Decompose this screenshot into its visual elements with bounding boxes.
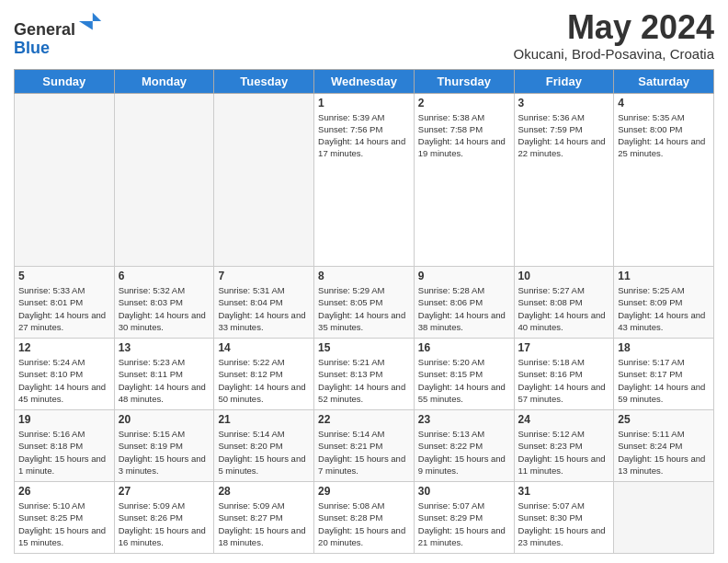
calendar-cell: 21Sunrise: 5:14 AMSunset: 8:20 PMDayligh…	[214, 410, 314, 482]
day-number: 25	[618, 413, 710, 426]
week-row-3: 12Sunrise: 5:24 AMSunset: 8:10 PMDayligh…	[15, 339, 714, 410]
day-header-tuesday: Tuesday	[214, 69, 314, 93]
day-info: Sunrise: 5:38 AMSunset: 7:58 PMDaylight:…	[418, 111, 510, 160]
week-row-5: 26Sunrise: 5:10 AMSunset: 8:25 PMDayligh…	[15, 482, 714, 554]
day-number: 14	[218, 341, 310, 354]
day-info: Sunrise: 5:09 AMSunset: 8:26 PMDaylight:…	[119, 500, 210, 548]
calendar-cell: 5Sunrise: 5:33 AMSunset: 8:01 PMDaylight…	[15, 267, 115, 339]
day-header-wednesday: Wednesday	[314, 69, 415, 93]
calendar-cell: 29Sunrise: 5:08 AMSunset: 8:28 PMDayligh…	[314, 482, 415, 554]
calendar-cell: 18Sunrise: 5:17 AMSunset: 8:17 PMDayligh…	[614, 339, 714, 410]
calendar-cell: 9Sunrise: 5:28 AMSunset: 8:06 PMDaylight…	[414, 267, 514, 339]
day-info: Sunrise: 5:20 AMSunset: 8:15 PMDaylight:…	[418, 356, 510, 405]
day-info: Sunrise: 5:14 AMSunset: 8:21 PMDaylight:…	[318, 428, 410, 477]
day-info: Sunrise: 5:11 AMSunset: 8:24 PMDaylight:…	[618, 428, 710, 477]
calendar-cell: 28Sunrise: 5:09 AMSunset: 8:27 PMDayligh…	[214, 482, 314, 554]
calendar-cell: 7Sunrise: 5:31 AMSunset: 8:04 PMDaylight…	[214, 267, 314, 339]
day-info: Sunrise: 5:13 AMSunset: 8:22 PMDaylight:…	[418, 428, 510, 477]
day-number: 10	[518, 270, 610, 282]
calendar-table: SundayMondayTuesdayWednesdayThursdayFrid…	[14, 69, 714, 554]
month-title: May 2024	[514, 9, 714, 46]
calendar-cell	[114, 93, 214, 266]
calendar-page: General Blue May 2024 Okucani, Brod-Posa…	[0, 0, 728, 563]
day-number: 3	[518, 97, 610, 109]
day-number: 31	[518, 485, 610, 498]
day-number: 27	[119, 485, 210, 498]
day-number: 17	[518, 341, 610, 354]
calendar-cell: 17Sunrise: 5:18 AMSunset: 8:16 PMDayligh…	[514, 339, 614, 410]
day-info: Sunrise: 5:08 AMSunset: 8:28 PMDaylight:…	[318, 500, 410, 548]
day-info: Sunrise: 5:32 AMSunset: 8:03 PMDaylight:…	[119, 284, 210, 333]
day-info: Sunrise: 5:21 AMSunset: 8:13 PMDaylight:…	[318, 356, 410, 405]
day-info: Sunrise: 5:25 AMSunset: 8:09 PMDaylight:…	[618, 284, 710, 333]
day-number: 9	[418, 270, 510, 282]
page-header: General Blue May 2024 Okucani, Brod-Posa…	[14, 9, 714, 62]
calendar-cell: 11Sunrise: 5:25 AMSunset: 8:09 PMDayligh…	[614, 267, 714, 339]
calendar-cell: 14Sunrise: 5:22 AMSunset: 8:12 PMDayligh…	[214, 339, 314, 410]
day-number: 30	[418, 485, 510, 498]
calendar-cell: 1Sunrise: 5:39 AMSunset: 7:56 PMDaylight…	[314, 93, 415, 266]
day-header-thursday: Thursday	[414, 69, 514, 93]
days-of-week-row: SundayMondayTuesdayWednesdayThursdayFrid…	[15, 69, 714, 93]
calendar-cell: 22Sunrise: 5:14 AMSunset: 8:21 PMDayligh…	[314, 410, 415, 482]
day-header-friday: Friday	[514, 69, 614, 93]
calendar-cell: 31Sunrise: 5:07 AMSunset: 8:30 PMDayligh…	[514, 482, 614, 554]
day-number: 23	[418, 413, 510, 426]
day-number: 1	[318, 97, 410, 109]
calendar-cell: 4Sunrise: 5:35 AMSunset: 8:00 PMDaylight…	[614, 93, 714, 266]
day-number: 26	[18, 485, 110, 498]
day-info: Sunrise: 5:24 AMSunset: 8:10 PMDaylight:…	[18, 356, 110, 405]
day-number: 2	[418, 97, 510, 109]
calendar-cell: 16Sunrise: 5:20 AMSunset: 8:15 PMDayligh…	[414, 339, 514, 410]
day-info: Sunrise: 5:27 AMSunset: 8:08 PMDaylight:…	[518, 284, 610, 333]
day-info: Sunrise: 5:10 AMSunset: 8:25 PMDaylight:…	[18, 500, 110, 548]
calendar-cell: 27Sunrise: 5:09 AMSunset: 8:26 PMDayligh…	[114, 482, 214, 554]
day-number: 6	[119, 270, 210, 282]
calendar-cell: 20Sunrise: 5:15 AMSunset: 8:19 PMDayligh…	[114, 410, 214, 482]
calendar-cell: 10Sunrise: 5:27 AMSunset: 8:08 PMDayligh…	[514, 267, 614, 339]
logo: General Blue	[14, 9, 103, 58]
calendar-cell: 13Sunrise: 5:23 AMSunset: 8:11 PMDayligh…	[114, 339, 214, 410]
day-info: Sunrise: 5:33 AMSunset: 8:01 PMDaylight:…	[18, 284, 110, 333]
day-info: Sunrise: 5:28 AMSunset: 8:06 PMDaylight:…	[418, 284, 510, 333]
calendar-cell	[15, 93, 115, 266]
day-number: 5	[18, 270, 110, 282]
calendar-cell: 26Sunrise: 5:10 AMSunset: 8:25 PMDayligh…	[15, 482, 115, 554]
day-header-saturday: Saturday	[614, 69, 714, 93]
day-info: Sunrise: 5:12 AMSunset: 8:23 PMDaylight:…	[518, 428, 610, 477]
day-number: 12	[18, 341, 110, 354]
calendar-cell: 25Sunrise: 5:11 AMSunset: 8:24 PMDayligh…	[614, 410, 714, 482]
day-info: Sunrise: 5:16 AMSunset: 8:18 PMDaylight:…	[18, 428, 110, 477]
day-info: Sunrise: 5:36 AMSunset: 7:59 PMDaylight:…	[518, 111, 610, 160]
week-row-1: 1Sunrise: 5:39 AMSunset: 7:56 PMDaylight…	[15, 93, 714, 266]
title-block: May 2024 Okucani, Brod-Posavina, Croatia	[514, 9, 714, 62]
day-number: 7	[218, 270, 310, 282]
calendar-cell: 30Sunrise: 5:07 AMSunset: 8:29 PMDayligh…	[414, 482, 514, 554]
week-row-2: 5Sunrise: 5:33 AMSunset: 8:01 PMDaylight…	[15, 267, 714, 339]
day-info: Sunrise: 5:31 AMSunset: 8:04 PMDaylight:…	[218, 284, 310, 333]
svg-marker-0	[79, 13, 101, 30]
day-info: Sunrise: 5:07 AMSunset: 8:30 PMDaylight:…	[518, 500, 610, 548]
day-number: 19	[18, 413, 110, 426]
calendar-cell	[614, 482, 714, 554]
calendar-cell: 8Sunrise: 5:29 AMSunset: 8:05 PMDaylight…	[314, 267, 415, 339]
location-title: Okucani, Brod-Posavina, Croatia	[514, 46, 714, 62]
day-number: 8	[318, 270, 410, 282]
day-info: Sunrise: 5:14 AMSunset: 8:20 PMDaylight:…	[218, 428, 310, 477]
day-number: 15	[318, 341, 410, 354]
logo-icon	[77, 9, 103, 35]
logo-general-text: General	[14, 20, 75, 39]
calendar-cell: 3Sunrise: 5:36 AMSunset: 7:59 PMDaylight…	[514, 93, 614, 266]
calendar-cell: 12Sunrise: 5:24 AMSunset: 8:10 PMDayligh…	[15, 339, 115, 410]
day-info: Sunrise: 5:29 AMSunset: 8:05 PMDaylight:…	[318, 284, 410, 333]
day-info: Sunrise: 5:09 AMSunset: 8:27 PMDaylight:…	[218, 500, 310, 548]
logo-blue-text: Blue	[14, 39, 50, 57]
day-info: Sunrise: 5:39 AMSunset: 7:56 PMDaylight:…	[318, 111, 410, 160]
day-header-monday: Monday	[114, 69, 214, 93]
day-info: Sunrise: 5:18 AMSunset: 8:16 PMDaylight:…	[518, 356, 610, 405]
day-info: Sunrise: 5:15 AMSunset: 8:19 PMDaylight:…	[119, 428, 210, 477]
day-info: Sunrise: 5:07 AMSunset: 8:29 PMDaylight:…	[418, 500, 510, 548]
day-number: 18	[618, 341, 710, 354]
day-number: 11	[618, 270, 710, 282]
calendar-cell: 19Sunrise: 5:16 AMSunset: 8:18 PMDayligh…	[15, 410, 115, 482]
